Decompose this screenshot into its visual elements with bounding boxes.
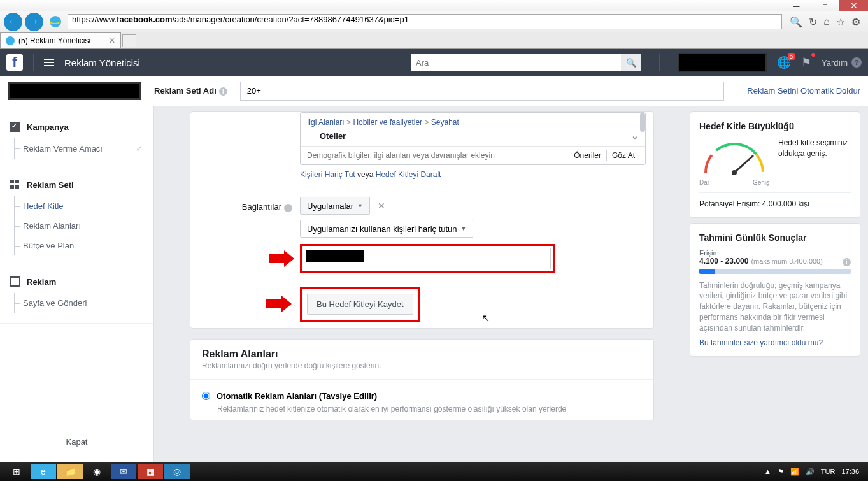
info-icon[interactable]: i — [843, 258, 851, 266]
estimates-subtitle: Erişim — [699, 249, 851, 257]
nav-item-label: Sayfa ve Gönderi — [23, 298, 87, 308]
help-link[interactable]: Yardım ? — [822, 57, 862, 68]
crumb-hobbies[interactable]: Hobiler ve faaliyetler — [353, 118, 422, 127]
caret-down-icon: ▼ — [461, 226, 467, 232]
crumb-travel[interactable]: Seyahat — [431, 118, 459, 127]
main-content: İlgi Alanları > Hobiler ve faaliyetler >… — [154, 106, 690, 462]
nav-budget[interactable]: Bütçe ve Plan — [6, 236, 147, 255]
chevron-down-icon[interactable]: ⌄ — [631, 131, 639, 141]
svg-line-2 — [734, 155, 753, 173]
fb-logo[interactable]: f — [6, 54, 23, 71]
notif-badge: 5 — [788, 53, 795, 60]
nav-placements[interactable]: Reklam Alanları — [6, 216, 147, 236]
titlebar: — □ ✕ — [0, 0, 868, 11]
ad-icon — [10, 276, 20, 287]
new-tab-button[interactable] — [122, 34, 136, 47]
exclude-link[interactable]: Kişileri Hariç Tut — [300, 170, 355, 179]
window-minimize[interactable]: — — [782, 0, 811, 11]
caret-down-icon: ▼ — [357, 203, 363, 209]
notifications-globe-icon[interactable]: 🌐5 — [777, 55, 791, 69]
nav-campaign-objective[interactable]: Reklam Verme Amacı ✓ — [6, 138, 147, 159]
connection-type-select[interactable]: Uygulamalar ▼ — [300, 197, 370, 215]
tools-icon[interactable]: ⚙ — [851, 16, 860, 28]
crumb-interests[interactable]: İlgi Alanları — [307, 118, 345, 127]
window-maximize[interactable]: □ — [811, 0, 839, 11]
save-audience-button[interactable]: Bu Hedef Kitleyi Kaydet — [307, 294, 413, 315]
nav-audience[interactable]: Hedef Kitle — [6, 196, 147, 216]
app-field-highlight — [300, 244, 555, 273]
nav-campaign[interactable]: Kampanya — [6, 115, 147, 138]
arrow-icon — [266, 296, 292, 312]
app-search-input[interactable] — [366, 252, 494, 267]
ad-account-selector[interactable] — [8, 82, 141, 100]
url-path: /ads/manager/creation/creation/?act=7889… — [173, 15, 409, 24]
adset-icon — [10, 180, 20, 190]
suggestions-link[interactable]: Öneriler — [570, 151, 605, 160]
connections-label: Bağlantılari — [198, 197, 300, 212]
browser-tab[interactable]: (5) Reklam Yöneticisi ✕ — [0, 32, 121, 48]
home-icon[interactable]: ⌂ — [823, 16, 830, 28]
estimate-desc: Tahminlerin doğruluğu; geçmiş kampanya v… — [699, 280, 851, 334]
window-close[interactable]: ✕ — [839, 0, 868, 11]
tab-title: (5) Reklam Yöneticisi — [18, 36, 90, 45]
save-audience-highlight: Bu Hedef Kitleyi Kaydet — [300, 287, 420, 322]
potential-reach: Potansiyel Erişim: 4.000.000 kişi — [699, 199, 851, 208]
refresh-icon[interactable]: ↻ — [809, 16, 817, 28]
check-icon: ✓ — [136, 143, 143, 154]
remove-connection-icon[interactable]: ✕ — [378, 201, 385, 211]
info-icon[interactable]: i — [284, 204, 292, 212]
scrollbar[interactable] — [640, 113, 645, 132]
help-label: Yardım — [822, 58, 848, 68]
nav-back-button[interactable]: ← — [4, 13, 22, 31]
gauge-high: Geniş — [753, 179, 769, 186]
nav-adset[interactable]: Reklam Seti — [6, 173, 147, 196]
search-icon[interactable]: 🔍 — [790, 16, 802, 28]
nav-item-label: Reklam Alanları — [23, 221, 81, 231]
notifications-flag-icon[interactable]: ⚑ — [801, 55, 811, 69]
adset-name-input[interactable] — [240, 82, 724, 101]
auto-placements-label: Otomatik Reklam Alanları (Tavsiye Edilir… — [217, 391, 377, 401]
auto-placements-radio[interactable] — [202, 392, 210, 400]
sub-header: Reklam Seti Adıi Reklam Setini Otomatik … — [0, 76, 868, 106]
auto-placements-desc: Reklamlarınız hedef kitlenize otomatik o… — [190, 405, 653, 420]
nav-adset-label: Reklam Seti — [27, 180, 74, 190]
campaign-icon — [10, 122, 20, 132]
svg-marker-0 — [269, 250, 294, 267]
url-prefix: https://www. — [72, 15, 117, 24]
selected-app-pill[interactable] — [306, 250, 364, 262]
gauge-low: Dar — [699, 179, 709, 186]
targeting-input[interactable] — [307, 151, 570, 160]
nav-campaign-label: Kampanya — [27, 122, 69, 132]
tab-bar: (5) Reklam Yöneticisi ✕ — [0, 32, 868, 49]
url-domain: facebook.com — [117, 15, 172, 24]
nav-item-label: Bütçe ve Plan — [23, 241, 74, 250]
svg-point-3 — [732, 170, 737, 175]
url-input[interactable]: https://www.facebook.com/ads/manager/cre… — [68, 14, 782, 29]
interest-tag: Oteller — [320, 131, 346, 141]
nav-ad-label: Reklam — [27, 277, 56, 287]
detailed-targeting-box: İlgi Alanları > Hobiler ve faaliyetler >… — [300, 112, 646, 165]
search-input[interactable] — [411, 54, 621, 71]
connection-option-select[interactable]: Uygulamanızı kullanan kişileri hariç tut… — [300, 220, 473, 238]
select-value: Uygulamalar — [307, 201, 353, 211]
auto-fill-link[interactable]: Reklam Setini Otomatik Doldur — [747, 86, 860, 96]
select-value: Uygulamanızı kullanan kişileri hariç tut… — [307, 224, 457, 234]
address-bar: ← → https://www.facebook.com/ads/manager… — [0, 11, 868, 32]
tab-close-icon[interactable]: ✕ — [109, 36, 115, 45]
account-selector[interactable] — [678, 53, 767, 72]
adset-name-label: Reklam Seti Adıi — [154, 86, 227, 96]
nav-ad[interactable]: Reklam — [6, 270, 147, 293]
info-icon[interactable]: i — [219, 87, 227, 96]
nav-page-post[interactable]: Sayfa ve Gönderi — [6, 293, 147, 313]
search-button[interactable]: 🔍 — [621, 54, 641, 71]
estimate-max: (maksimum 3.400.000) — [751, 257, 823, 265]
menu-icon[interactable] — [44, 59, 54, 66]
feedback-link[interactable]: Bu tahminler size yardımcı oldu mu? — [699, 338, 851, 347]
favorites-icon[interactable]: ☆ — [836, 16, 845, 28]
nav-forward-button[interactable]: → — [25, 13, 43, 31]
gauge-meter: Dar Geniş — [699, 138, 769, 186]
browse-link[interactable]: Göz At — [608, 151, 639, 160]
narrow-link[interactable]: Hedef Kitleyi Daralt — [376, 170, 441, 179]
audience-size-text: Hedef kitle seçiminiz oldukça geniş. — [778, 138, 851, 159]
close-button[interactable]: Kapat — [6, 431, 147, 453]
